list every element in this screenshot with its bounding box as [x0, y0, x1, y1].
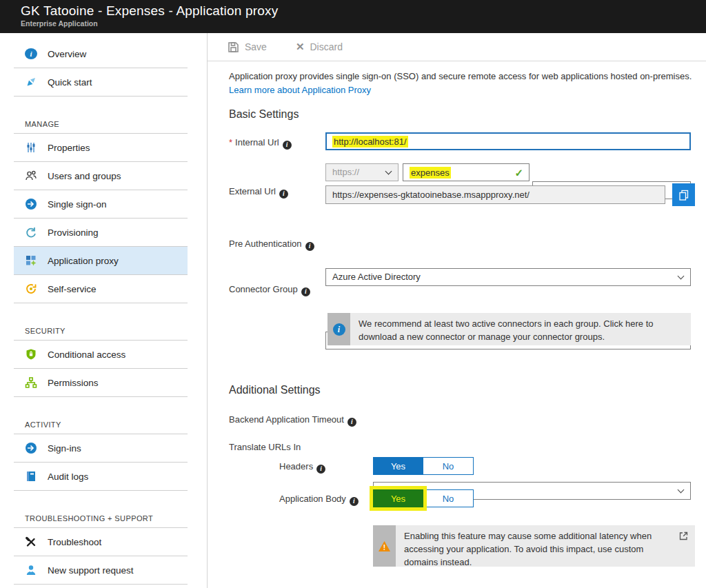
sign-in-icon [25, 442, 37, 454]
sidebar-item-single-sign-on[interactable]: Single sign-on [14, 190, 188, 219]
info-tooltip-icon[interactable] [279, 190, 288, 199]
headers-yes-button[interactable]: Yes [373, 457, 423, 475]
discard-label: Discard [310, 41, 343, 52]
full-url-value: https://expenses-gktatooinebase.msapppro… [332, 190, 530, 200]
sidebar-item-application-proxy[interactable]: Application proxy [14, 247, 188, 275]
label-text: Backend Application Timeout [229, 414, 344, 425]
application-body-label: Application Body [279, 494, 359, 506]
info-tooltip-icon[interactable] [283, 141, 292, 150]
backend-timeout-label: Backend Application Timeout [229, 414, 356, 427]
external-url-scheme-select[interactable]: https:// [325, 163, 399, 181]
sidebar-section-troubleshooting-support: TROUBLESHOOTING + SUPPORT [14, 507, 188, 528]
connector-group-label: Connector Group [229, 284, 310, 296]
sidebar-item-users-and-groups[interactable]: Users and groups [14, 162, 188, 190]
label-text: Internal Url [235, 137, 279, 148]
basic-settings-heading: Basic Settings [229, 108, 299, 121]
latency-warning-body: Enabling this feature may cause some add… [396, 525, 695, 567]
sidebar-item-permissions[interactable]: Permissions [14, 369, 188, 397]
org-chart-icon [25, 376, 37, 389]
headers-no-button[interactable]: No [423, 457, 474, 475]
sidebar-item-label: Provisioning [48, 227, 99, 238]
page-header: GK Tatooine - Expenses - Application pro… [0, 0, 706, 33]
info-tooltip-icon[interactable] [347, 418, 356, 427]
sidebar-item-audit-logs[interactable]: Audit logs [14, 463, 188, 491]
additional-settings-heading: Additional Settings [229, 384, 321, 396]
application-body-no-button[interactable]: No [423, 489, 474, 507]
connector-info-notice: We recommend at least two active connect… [327, 313, 691, 345]
people-icon [25, 170, 37, 182]
discard-button[interactable]: ✕ Discard [296, 41, 343, 53]
sync-icon [25, 226, 37, 239]
sidebar-item-label: Quick start [48, 77, 92, 88]
latency-warning-notice: ! Enabling this feature may cause some a… [373, 525, 695, 567]
sidebar-item-self-service[interactable]: Self-service [14, 275, 188, 303]
pre-authentication-label: Pre Authentication [229, 239, 314, 251]
pre-authentication-value: Azure Active Directory [332, 272, 421, 282]
sidebar-item-label: Audit logs [48, 472, 88, 482]
sliders-icon [25, 141, 37, 154]
save-button[interactable]: Save [228, 41, 267, 53]
sidebar-item-sign-ins[interactable]: Sign-ins [14, 434, 188, 463]
sidebar-item-conditional-access[interactable]: Conditional access [14, 341, 188, 369]
sidebar-item-label: Self-service [48, 284, 97, 294]
sidebar-item-provisioning[interactable]: Provisioning [14, 219, 188, 247]
copy-icon [678, 190, 689, 201]
info-tooltip-icon[interactable] [301, 287, 310, 296]
sidebar-section-activity: ACTIVITY [14, 414, 188, 434]
sidebar: Overview Quick start MANAGE Properties U… [0, 33, 208, 588]
copy-url-button[interactable] [672, 183, 695, 206]
page-title: GK Tatooine - Expenses - Application pro… [21, 3, 706, 19]
sidebar-item-label: Sign-ins [48, 443, 81, 454]
sidebar-item-properties[interactable]: Properties [14, 134, 188, 162]
chevron-down-icon [678, 273, 685, 280]
proxy-description: Application proxy provides single sign-o… [229, 70, 699, 97]
sidebar-item-label: Overview [48, 49, 86, 59]
host-value: expenses [410, 167, 451, 179]
svg-text:!: ! [383, 543, 385, 551]
external-link-icon[interactable] [678, 531, 689, 545]
scheme-value: https:// [332, 167, 359, 177]
description-text: Application proxy provides single sign-o… [229, 71, 692, 81]
sidebar-gap [0, 491, 207, 507]
sidebar-gap [0, 303, 207, 320]
discard-icon: ✕ [296, 41, 305, 53]
info-tooltip-icon[interactable] [350, 497, 359, 506]
sidebar-item-troubleshoot[interactable]: Troubleshoot [14, 528, 188, 556]
internal-url-label: *Internal Url [229, 137, 292, 150]
sidebar-gap [0, 97, 207, 113]
sidebar-item-label: Permissions [48, 378, 99, 388]
rocket-icon [25, 76, 37, 88]
label-text: External Url [229, 186, 276, 196]
sidebar-item-label: Troubleshoot [48, 537, 101, 547]
headers-label: Headers [279, 461, 325, 474]
tools-icon [25, 536, 37, 548]
book-icon [25, 470, 37, 483]
sidebar-item-label: Application proxy [48, 256, 119, 266]
info-tooltip-icon[interactable] [316, 465, 325, 474]
sign-in-icon [25, 198, 37, 210]
internal-url-input[interactable]: http://localhost:81/ [325, 132, 691, 150]
sidebar-item-overview[interactable]: Overview [14, 40, 188, 68]
external-url-full-field: https://expenses-gktatooinebase.msapppro… [325, 185, 665, 204]
sidebar-item-label: Users and groups [48, 171, 121, 181]
support-person-icon [25, 564, 37, 576]
chevron-down-icon [678, 487, 685, 494]
external-url-label: External Url [229, 186, 288, 199]
info-icon [333, 323, 345, 336]
label-text: Pre Authentication [229, 239, 302, 249]
command-bar: Save ✕ Discard [208, 33, 706, 61]
label-text: Connector Group [229, 284, 298, 294]
application-body-yes-button[interactable]: Yes [373, 489, 423, 507]
sidebar-section-security: SECURITY [14, 320, 188, 341]
sidebar-item-new-support-request[interactable]: New support request [14, 556, 188, 585]
sidebar-item-label: New support request [48, 565, 134, 576]
pre-authentication-select[interactable]: Azure Active Directory [325, 268, 691, 286]
internal-url-value: http://localhost:81/ [332, 136, 408, 148]
external-url-host-input[interactable]: expenses ✓ [403, 163, 530, 181]
sidebar-item-quick-start[interactable]: Quick start [14, 68, 188, 97]
learn-more-link[interactable]: Learn more about Application Proxy [229, 85, 371, 95]
shield-icon [25, 348, 37, 361]
save-icon [228, 41, 239, 53]
info-tooltip-icon[interactable] [305, 242, 314, 251]
sidebar-item-label: Properties [48, 143, 90, 153]
